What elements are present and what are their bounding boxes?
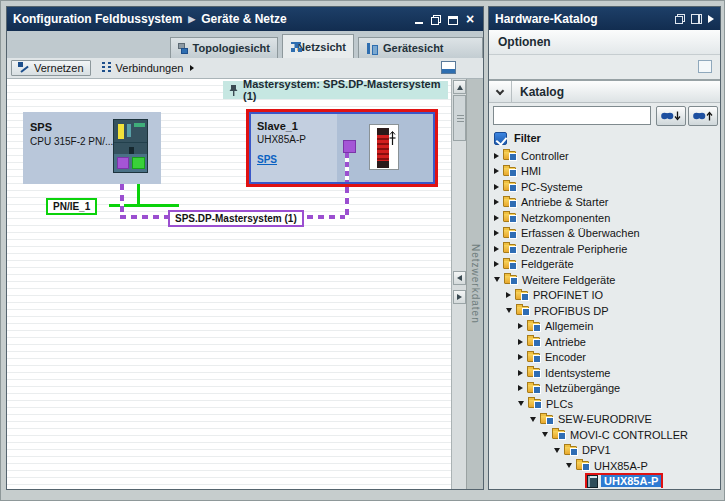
catalog-titlebar: Hardware-Katalog — [489, 7, 720, 30]
folder-icon — [576, 461, 589, 470]
filter-checkbox[interactable] — [494, 132, 507, 145]
slave1-station[interactable]: Slave_1 UHX85A-P SPS — [249, 112, 435, 184]
float-panel-icon[interactable] — [675, 14, 685, 24]
close-button[interactable]: × — [463, 13, 477, 26]
catalog-tree-item[interactable]: Netzübergänge — [489, 381, 720, 397]
catalog-tree-item[interactable]: PLCs — [489, 396, 720, 412]
tree-arrow-icon[interactable] — [518, 339, 523, 345]
tree-arrow-icon[interactable] — [518, 401, 524, 406]
tree-arrow-icon[interactable] — [518, 370, 523, 376]
katalog-section-header[interactable]: Katalog — [489, 81, 720, 103]
view-tabbar: Topologiesicht Netzsicht Gerätesicht — [7, 31, 483, 58]
tree-arrow-icon[interactable] — [530, 417, 536, 422]
dp-port[interactable] — [117, 157, 129, 169]
search-up-button[interactable] — [688, 106, 718, 126]
catalog-tree-item[interactable]: Erfassen & Überwachen — [489, 226, 720, 242]
tree-arrow-icon[interactable] — [494, 168, 499, 174]
pin-icon[interactable] — [229, 84, 238, 97]
tree-arrow-icon[interactable] — [518, 323, 523, 329]
catalog-tree-item[interactable]: Allgemein — [489, 319, 720, 335]
tab-topologiesicht[interactable]: Topologiesicht — [170, 37, 278, 58]
tree-arrow-icon[interactable] — [542, 432, 548, 437]
window-layout-icon[interactable] — [441, 61, 456, 74]
window-title: Konfiguration Feldbussystem — [13, 12, 182, 26]
canvas-vertical-scrollbar[interactable] — [451, 79, 466, 489]
folder-icon — [540, 415, 553, 424]
tree-arrow-icon[interactable] — [518, 354, 523, 360]
tree-arrow-icon[interactable] — [494, 215, 499, 221]
close-icon: × — [466, 13, 474, 26]
catalog-tree-item[interactable]: Antriebe & Starter — [489, 195, 720, 211]
catalog-search-row — [489, 103, 720, 129]
catalog-tree-item[interactable]: SEW-EURODRIVE — [489, 412, 720, 428]
catalog-toolrow — [489, 55, 720, 81]
tree-arrow-icon[interactable] — [506, 308, 512, 313]
scrollbar-thumb[interactable] — [453, 95, 466, 141]
catalog-tree-item[interactable]: Identsysteme — [489, 365, 720, 381]
search-input[interactable] — [493, 106, 651, 125]
folder-icon — [527, 384, 540, 393]
catalog-tree-item[interactable]: PROFIBUS DP — [489, 303, 720, 319]
catalog-tree-item[interactable]: Weitere Feldgeräte — [489, 272, 720, 288]
catalog-tree-item[interactable]: UHX85A-P — [489, 458, 720, 474]
tree-arrow-icon[interactable] — [494, 246, 499, 252]
tree-arrow-icon[interactable] — [566, 463, 572, 468]
tree-arrow-icon[interactable] — [494, 153, 499, 159]
tree-arrow-icon[interactable] — [518, 385, 523, 391]
pnie-subnet-label[interactable]: PN/IE_1 — [46, 198, 97, 215]
catalog-tree-item[interactable]: PROFINET IO — [489, 288, 720, 304]
catalog-tree-item[interactable]: UHX85A-P — [489, 474, 720, 489]
tree-arrow-icon[interactable] — [554, 448, 560, 453]
sps-station[interactable]: SPS CPU 315F-2 PN/... — [23, 112, 161, 184]
slave1-dp-port[interactable] — [343, 140, 356, 153]
options-section-header[interactable]: Optionen — [489, 30, 720, 55]
minimize-button[interactable] — [412, 13, 426, 26]
verbindungen-button[interactable]: Verbindungen — [95, 61, 201, 75]
mastersystem-label[interactable]: SPS.DP-Mastersystem (1) — [168, 210, 304, 227]
catalog-tree-item[interactable]: DPV1 — [489, 443, 720, 459]
splitter-collapse-right-button[interactable] — [453, 290, 466, 304]
catalog-tree-item[interactable]: PC-Systeme — [489, 179, 720, 195]
maximize-button[interactable] — [446, 13, 460, 26]
folder-icon — [503, 229, 516, 238]
slave1-type: UHX85A-P — [257, 134, 306, 145]
catalog-tree-item[interactable]: HMI — [489, 164, 720, 180]
slave1-master-link[interactable]: SPS — [257, 154, 277, 165]
catalog-tree-item[interactable]: Antriebe — [489, 334, 720, 350]
tab-geraetesicht[interactable]: Gerätesicht — [358, 37, 483, 58]
filter-label: Filter — [514, 132, 541, 144]
slave1-device-icon[interactable] — [369, 124, 399, 170]
tree-arrow-icon[interactable] — [506, 292, 511, 298]
tree-arrow-icon[interactable] — [494, 199, 499, 205]
tree-arrow-icon[interactable] — [494, 277, 500, 282]
splitter-collapse-left-button[interactable] — [453, 271, 466, 285]
catalog-tree-item[interactable]: Netzkomponenten — [489, 210, 720, 226]
scroll-up-button[interactable] — [453, 80, 466, 94]
pane-outline-icon[interactable] — [698, 60, 712, 73]
folder-icon — [503, 151, 516, 160]
mastersystem-banner: Mastersystem: SPS.DP-Mastersystem (1) — [223, 81, 448, 99]
collapse-panel-icon[interactable] — [708, 15, 714, 23]
catalog-tree-item[interactable]: Feldgeräte — [489, 257, 720, 273]
vernetzen-button[interactable]: Vernetzen — [11, 60, 91, 76]
minimize-icon — [415, 22, 423, 24]
search-down-button[interactable] — [656, 106, 686, 126]
tree-arrow-icon[interactable] — [494, 184, 499, 190]
tab-netzsicht[interactable]: Netzsicht — [282, 34, 354, 58]
search-down-icon — [659, 109, 683, 123]
dock-panel-icon[interactable] — [691, 14, 702, 24]
pn-port[interactable] — [132, 157, 145, 169]
network-toolbar: Vernetzen Verbindungen — [7, 58, 483, 79]
restore-button[interactable] — [429, 13, 443, 26]
cpu-device-icon[interactable] — [113, 119, 148, 173]
netzwerkdaten-collapsed-tab[interactable]: Netzwerkdaten — [466, 79, 483, 489]
catalog-tree-item[interactable]: Encoder — [489, 350, 720, 366]
tree-arrow-icon[interactable] — [494, 261, 499, 267]
tree-arrow-icon[interactable] — [494, 230, 499, 236]
slave1-selection-highlight[interactable]: Slave_1 UHX85A-P SPS — [246, 109, 438, 187]
catalog-tree-item[interactable]: Controller — [489, 148, 720, 164]
dp-drop-line-slave[interactable] — [345, 187, 349, 219]
network-canvas[interactable]: Mastersystem: SPS.DP-Mastersystem (1) SP… — [7, 79, 483, 489]
catalog-tree-item[interactable]: Dezentrale Peripherie — [489, 241, 720, 257]
catalog-tree-item[interactable]: MOVI-C CONTROLLER — [489, 427, 720, 443]
